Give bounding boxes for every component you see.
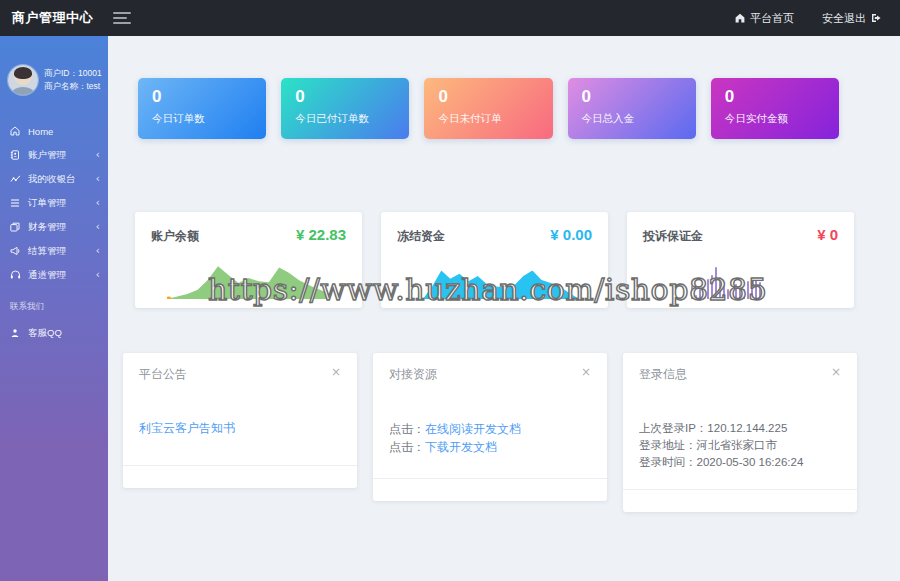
app-title[interactable]: 商户管理中心 [0, 9, 93, 27]
chevron-left-icon: ‹ [96, 150, 100, 160]
balance-title: 账户余额 [151, 228, 199, 245]
chart-line-icon [10, 174, 22, 184]
frozen-funds-card: 冻结资金 ¥ 0.00 [381, 212, 608, 308]
download-docs-link[interactable]: 下载开发文档 [425, 440, 497, 454]
resource-row: 点击：下载开发文档 [389, 438, 591, 456]
login-info-title: 登录信息 [639, 366, 687, 383]
read-docs-link[interactable]: 在线阅读开发文档 [425, 422, 521, 436]
info-row: 平台公告 × 利宝云客户告知书 对接资源 × 点击：在线阅读开发文档 点击：下载… [123, 353, 857, 512]
user-icon [10, 328, 22, 338]
sidebar-item-cashier[interactable]: 我的收银台 ‹ [0, 167, 108, 191]
deposit-bar-chart [691, 265, 767, 299]
last-login-ip: 上次登录IP：120.12.144.225 [639, 420, 841, 437]
deposit-title: 投诉保证金 [643, 228, 703, 245]
balance-card: 账户余额 ¥ 22.83 [135, 212, 362, 308]
stat-label: 今日总入金 [582, 112, 696, 126]
sidebar-item-label: 客服QQ [28, 327, 62, 340]
merchant-id-row: 商户ID：10001 [44, 67, 102, 80]
sidebar-item-label: Home [28, 126, 53, 137]
stat-card-paid-orders: 0 今日已付订单数 [281, 78, 409, 139]
deposit-card: 投诉保证金 ¥ 0 [627, 212, 854, 308]
sidebar-toggle-icon[interactable] [109, 8, 135, 28]
chevron-left-icon: ‹ [96, 222, 100, 232]
stat-label: 今日实付金额 [725, 112, 839, 126]
stat-value: 0 [438, 87, 552, 107]
stat-value: 0 [725, 87, 839, 107]
merchant-name-row: 商户名称：test [44, 80, 102, 93]
chevron-left-icon: ‹ [96, 270, 100, 280]
sidebar-menu: Home 账户管理 ‹ 我的收银台 ‹ 订单管理 ‹ [0, 119, 108, 345]
logout-label: 安全退出 [822, 11, 866, 26]
sidebar-item-channel[interactable]: 通道管理 ‹ [0, 263, 108, 287]
stat-card-total-inflow: 0 今日总入金 [568, 78, 696, 139]
merchant-name-value: test [87, 81, 101, 91]
finance-row: 账户余额 ¥ 22.83 冻结资金 ¥ 0.00 投诉保证金 ¥ 0 [135, 212, 854, 308]
balance-value: ¥ 22.83 [296, 226, 346, 243]
chevron-left-icon: ‹ [96, 246, 100, 256]
announcement-title: 平台公告 [139, 366, 187, 383]
announcement-card: 平台公告 × 利宝云客户告知书 [123, 353, 357, 488]
frozen-value: ¥ 0.00 [550, 226, 592, 243]
login-info-card: 登录信息 × 上次登录IP：120.12.144.225 登录地址：河北省张家口… [623, 353, 857, 512]
merchant-id-value: 10001 [78, 68, 102, 78]
resources-title: 对接资源 [389, 366, 437, 383]
top-header: 商户管理中心 平台首页 安全退出 [0, 0, 900, 36]
balance-area-chart [167, 257, 330, 299]
sidebar-item-label: 通道管理 [28, 269, 66, 282]
platform-home-link[interactable]: 平台首页 [735, 11, 794, 26]
user-panel: 商户ID：10001 商户名称：test [8, 64, 108, 96]
stats-row: 0 今日订单数 0 今日已付订单数 0 今日未付订单 0 今日总入金 0 今日实… [138, 78, 839, 139]
sidebar-item-settlement[interactable]: 结算管理 ‹ [0, 239, 108, 263]
stat-value: 0 [152, 87, 266, 107]
contact-section-label: 联系我们 [10, 301, 108, 313]
sidebar-item-label: 我的收银台 [28, 173, 76, 186]
sign-out-icon [871, 13, 882, 23]
stat-value: 0 [295, 87, 409, 107]
announcement-link[interactable]: 利宝云客户告知书 [139, 421, 235, 435]
stat-label: 今日已付订单数 [295, 112, 409, 126]
main-content: 0 今日订单数 0 今日已付订单数 0 今日未付订单 0 今日总入金 0 今日实… [108, 36, 900, 581]
frozen-title: 冻结资金 [397, 228, 445, 245]
login-location: 登录地址：河北省张家口市 [639, 437, 841, 454]
copy-icon [10, 222, 22, 232]
card-footer-divider [373, 478, 607, 479]
stat-card-unpaid-orders: 0 今日未付订单 [424, 78, 552, 139]
login-time: 登录时间：2020-05-30 16:26:24 [639, 454, 841, 471]
sidebar-item-account[interactable]: 账户管理 ‹ [0, 143, 108, 167]
card-footer-divider [123, 465, 357, 466]
bullhorn-icon [10, 246, 22, 256]
home-icon [10, 126, 22, 136]
resources-card: 对接资源 × 点击：在线阅读开发文档 点击：下载开发文档 [373, 353, 607, 501]
avatar [8, 65, 38, 95]
platform-home-label: 平台首页 [750, 11, 794, 26]
sidebar-item-orders[interactable]: 订单管理 ‹ [0, 191, 108, 215]
card-footer-divider [623, 489, 857, 490]
frozen-area-chart [423, 257, 578, 299]
home-icon [735, 13, 745, 23]
deposit-value: ¥ 0 [817, 226, 838, 243]
chevron-left-icon: ‹ [96, 198, 100, 208]
sidebar-item-qq[interactable]: 客服QQ [0, 321, 108, 345]
sidebar-item-label: 订单管理 [28, 197, 66, 210]
chevron-left-icon: ‹ [96, 174, 100, 184]
sidebar-item-label: 结算管理 [28, 245, 66, 258]
stat-card-orders-today: 0 今日订单数 [138, 78, 266, 139]
sidebar-item-label: 账户管理 [28, 149, 66, 162]
sidebar: 商户ID：10001 商户名称：test Home 账户管理 ‹ 我的收银台 ‹ [0, 36, 108, 581]
resource-row: 点击：在线阅读开发文档 [389, 420, 591, 438]
close-icon[interactable]: × [581, 366, 591, 378]
stat-card-paid-amount: 0 今日实付金额 [711, 78, 839, 139]
stat-value: 0 [582, 87, 696, 107]
stat-label: 今日未付订单 [438, 112, 552, 126]
list-icon [10, 198, 22, 208]
stat-label: 今日订单数 [152, 112, 266, 126]
sidebar-item-home[interactable]: Home [0, 119, 108, 143]
close-icon[interactable]: × [831, 366, 841, 378]
close-icon[interactable]: × [331, 366, 341, 378]
sidebar-item-finance[interactable]: 财务管理 ‹ [0, 215, 108, 239]
headset-icon [10, 270, 22, 280]
logout-link[interactable]: 安全退出 [822, 11, 882, 26]
address-book-icon [10, 150, 22, 160]
sidebar-item-label: 财务管理 [28, 221, 66, 234]
